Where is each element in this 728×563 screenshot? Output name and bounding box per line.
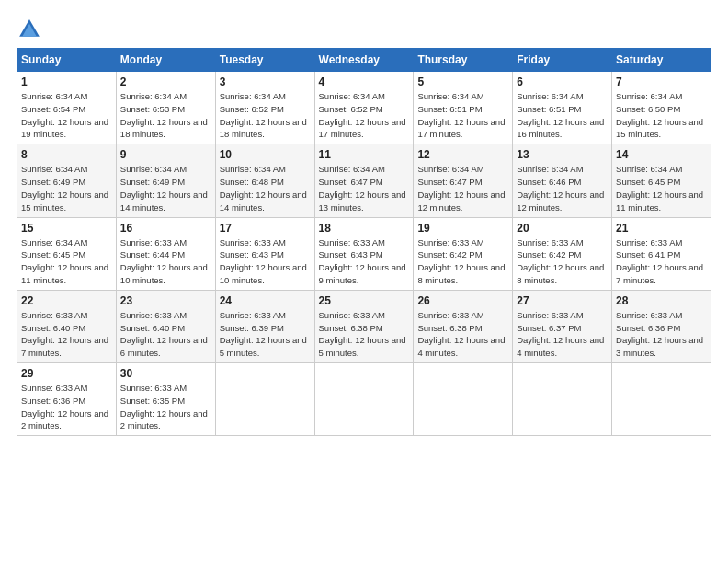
- col-header-sunday: Sunday: [17, 49, 117, 72]
- calendar-cell: 1 Sunrise: 6:34 AMSunset: 6:54 PMDayligh…: [17, 72, 117, 144]
- calendar-cell: 17 Sunrise: 6:33 AMSunset: 6:43 PMDaylig…: [215, 217, 314, 290]
- calendar-cell: 9 Sunrise: 6:34 AMSunset: 6:49 PMDayligh…: [116, 144, 215, 217]
- calendar-week-row: 8 Sunrise: 6:34 AMSunset: 6:49 PMDayligh…: [17, 144, 711, 217]
- day-info: Sunrise: 6:34 AMSunset: 6:52 PMDaylight:…: [319, 91, 406, 139]
- day-number: 2: [120, 75, 211, 88]
- header: [17, 17, 711, 42]
- day-info: Sunrise: 6:34 AMSunset: 6:47 PMDaylight:…: [417, 164, 505, 212]
- calendar-cell: 2 Sunrise: 6:34 AMSunset: 6:53 PMDayligh…: [116, 72, 215, 144]
- day-info: Sunrise: 6:33 AMSunset: 6:37 PMDaylight:…: [517, 310, 604, 358]
- day-number: 12: [417, 148, 508, 161]
- day-number: 13: [517, 148, 608, 161]
- calendar-week-row: 15 Sunrise: 6:34 AMSunset: 6:45 PMDaylig…: [17, 217, 711, 290]
- day-info: Sunrise: 6:34 AMSunset: 6:50 PMDaylight:…: [616, 91, 703, 139]
- calendar-cell: 10 Sunrise: 6:34 AMSunset: 6:48 PMDaylig…: [215, 144, 314, 217]
- day-info: Sunrise: 6:33 AMSunset: 6:43 PMDaylight:…: [319, 237, 406, 285]
- day-info: Sunrise: 6:34 AMSunset: 6:47 PMDaylight:…: [319, 164, 406, 212]
- day-info: Sunrise: 6:34 AMSunset: 6:49 PMDaylight:…: [21, 164, 108, 212]
- day-info: Sunrise: 6:33 AMSunset: 6:38 PMDaylight:…: [319, 310, 406, 358]
- calendar-cell: 28 Sunrise: 6:33 AMSunset: 6:36 PMDaylig…: [612, 290, 711, 362]
- calendar-cell: 24 Sunrise: 6:33 AMSunset: 6:39 PMDaylig…: [215, 290, 314, 362]
- day-number: 4: [319, 75, 410, 88]
- calendar-week-row: 22 Sunrise: 6:33 AMSunset: 6:40 PMDaylig…: [17, 290, 711, 362]
- calendar-cell: [414, 363, 513, 436]
- day-number: 18: [319, 222, 410, 235]
- calendar-cell: 7 Sunrise: 6:34 AMSunset: 6:50 PMDayligh…: [612, 72, 711, 144]
- day-number: 7: [616, 75, 707, 88]
- day-number: 10: [220, 148, 311, 161]
- day-info: Sunrise: 6:33 AMSunset: 6:36 PMDaylight:…: [616, 310, 703, 358]
- calendar-cell: [314, 363, 414, 436]
- calendar-cell: 6 Sunrise: 6:34 AMSunset: 6:51 PMDayligh…: [513, 72, 612, 144]
- calendar-cell: 12 Sunrise: 6:34 AMSunset: 6:47 PMDaylig…: [414, 144, 513, 217]
- col-header-thursday: Thursday: [414, 49, 513, 72]
- calendar-cell: 13 Sunrise: 6:34 AMSunset: 6:46 PMDaylig…: [513, 144, 612, 217]
- col-header-friday: Friday: [513, 49, 612, 72]
- calendar-cell: 22 Sunrise: 6:33 AMSunset: 6:40 PMDaylig…: [17, 290, 117, 362]
- day-number: 25: [319, 294, 410, 307]
- col-header-saturday: Saturday: [612, 49, 711, 72]
- day-info: Sunrise: 6:33 AMSunset: 6:42 PMDaylight:…: [517, 237, 604, 285]
- calendar-cell: [215, 363, 314, 436]
- page: SundayMondayTuesdayWednesdayThursdayFrid…: [0, 0, 728, 563]
- calendar-cell: 8 Sunrise: 6:34 AMSunset: 6:49 PMDayligh…: [17, 144, 117, 217]
- day-info: Sunrise: 6:34 AMSunset: 6:53 PMDaylight:…: [120, 91, 208, 139]
- day-number: 19: [417, 222, 508, 235]
- day-info: Sunrise: 6:33 AMSunset: 6:39 PMDaylight:…: [220, 310, 307, 358]
- col-header-wednesday: Wednesday: [314, 49, 414, 72]
- day-info: Sunrise: 6:34 AMSunset: 6:46 PMDaylight:…: [517, 164, 604, 212]
- day-number: 28: [616, 294, 707, 307]
- calendar-cell: 16 Sunrise: 6:33 AMSunset: 6:44 PMDaylig…: [116, 217, 215, 290]
- calendar-week-row: 29 Sunrise: 6:33 AMSunset: 6:36 PMDaylig…: [17, 363, 711, 436]
- day-number: 16: [120, 222, 211, 235]
- calendar-cell: 27 Sunrise: 6:33 AMSunset: 6:37 PMDaylig…: [513, 290, 612, 362]
- calendar-header-row: SundayMondayTuesdayWednesdayThursdayFrid…: [17, 49, 711, 72]
- col-header-monday: Monday: [116, 49, 215, 72]
- day-info: Sunrise: 6:33 AMSunset: 6:38 PMDaylight:…: [417, 310, 505, 358]
- day-number: 22: [21, 294, 112, 307]
- calendar-table: SundayMondayTuesdayWednesdayThursdayFrid…: [17, 48, 711, 436]
- calendar-week-row: 1 Sunrise: 6:34 AMSunset: 6:54 PMDayligh…: [17, 72, 711, 144]
- day-number: 21: [616, 222, 707, 235]
- day-info: Sunrise: 6:34 AMSunset: 6:45 PMDaylight:…: [616, 164, 703, 212]
- calendar-cell: 23 Sunrise: 6:33 AMSunset: 6:40 PMDaylig…: [116, 290, 215, 362]
- calendar-cell: 30 Sunrise: 6:33 AMSunset: 6:35 PMDaylig…: [116, 363, 215, 436]
- day-number: 20: [517, 222, 608, 235]
- calendar-cell: 26 Sunrise: 6:33 AMSunset: 6:38 PMDaylig…: [414, 290, 513, 362]
- calendar-cell: 4 Sunrise: 6:34 AMSunset: 6:52 PMDayligh…: [314, 72, 414, 144]
- day-number: 27: [517, 294, 608, 307]
- day-info: Sunrise: 6:33 AMSunset: 6:40 PMDaylight:…: [21, 310, 108, 358]
- day-info: Sunrise: 6:34 AMSunset: 6:48 PMDaylight:…: [220, 164, 307, 212]
- calendar-cell: [612, 363, 711, 436]
- calendar-cell: 29 Sunrise: 6:33 AMSunset: 6:36 PMDaylig…: [17, 363, 117, 436]
- day-number: 15: [21, 222, 112, 235]
- day-info: Sunrise: 6:34 AMSunset: 6:54 PMDaylight:…: [21, 91, 108, 139]
- logo-icon: [17, 17, 42, 42]
- calendar-cell: 18 Sunrise: 6:33 AMSunset: 6:43 PMDaylig…: [314, 217, 414, 290]
- calendar-cell: 14 Sunrise: 6:34 AMSunset: 6:45 PMDaylig…: [612, 144, 711, 217]
- day-number: 11: [319, 148, 410, 161]
- calendar-cell: 3 Sunrise: 6:34 AMSunset: 6:52 PMDayligh…: [215, 72, 314, 144]
- day-number: 24: [220, 294, 311, 307]
- day-info: Sunrise: 6:34 AMSunset: 6:52 PMDaylight:…: [220, 91, 307, 139]
- day-number: 26: [417, 294, 508, 307]
- day-number: 17: [220, 222, 311, 235]
- day-number: 14: [616, 148, 707, 161]
- calendar-cell: 15 Sunrise: 6:34 AMSunset: 6:45 PMDaylig…: [17, 217, 117, 290]
- calendar-cell: 11 Sunrise: 6:34 AMSunset: 6:47 PMDaylig…: [314, 144, 414, 217]
- day-info: Sunrise: 6:33 AMSunset: 6:42 PMDaylight:…: [417, 237, 505, 285]
- day-info: Sunrise: 6:34 AMSunset: 6:49 PMDaylight:…: [120, 164, 208, 212]
- day-info: Sunrise: 6:33 AMSunset: 6:44 PMDaylight:…: [120, 237, 208, 285]
- day-number: 29: [21, 367, 112, 380]
- day-number: 23: [120, 294, 211, 307]
- calendar-cell: 19 Sunrise: 6:33 AMSunset: 6:42 PMDaylig…: [414, 217, 513, 290]
- day-info: Sunrise: 6:34 AMSunset: 6:45 PMDaylight:…: [21, 237, 108, 285]
- day-info: Sunrise: 6:33 AMSunset: 6:43 PMDaylight:…: [220, 237, 307, 285]
- day-number: 6: [517, 75, 608, 88]
- day-info: Sunrise: 6:33 AMSunset: 6:36 PMDaylight:…: [21, 383, 108, 431]
- day-number: 8: [21, 148, 112, 161]
- day-info: Sunrise: 6:34 AMSunset: 6:51 PMDaylight:…: [517, 91, 604, 139]
- col-header-tuesday: Tuesday: [215, 49, 314, 72]
- calendar-cell: 20 Sunrise: 6:33 AMSunset: 6:42 PMDaylig…: [513, 217, 612, 290]
- day-info: Sunrise: 6:33 AMSunset: 6:40 PMDaylight:…: [120, 310, 208, 358]
